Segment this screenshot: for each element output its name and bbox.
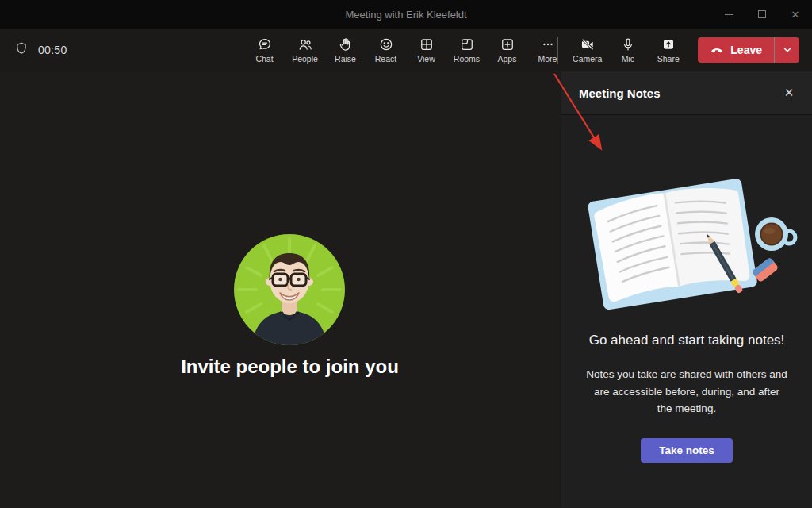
titlebar: Meeting with Erik Kleefeldt ✕	[0, 0, 812, 29]
hangup-phone-icon	[710, 43, 724, 57]
maximize-button[interactable]	[745, 0, 779, 29]
meeting-toolbar: 00:50 Chat	[0, 29, 812, 71]
close-button[interactable]: ✕	[779, 0, 812, 29]
notes-description: Notes you take are shared with others an…	[585, 366, 788, 418]
take-notes-button[interactable]: Take notes	[641, 438, 733, 463]
leave-label: Leave	[730, 44, 762, 56]
meeting-content: Invite people to join you Meeting Notes …	[0, 71, 812, 508]
raise-hand-label: Raise	[335, 55, 356, 64]
react-smiley-icon	[378, 37, 394, 52]
rooms-button[interactable]: Rooms	[446, 29, 487, 71]
maximize-icon	[758, 10, 766, 18]
apps-plus-icon	[500, 37, 515, 52]
window-title: Meeting with Erik Kleefeldt	[111, 9, 701, 21]
panel-title: Meeting Notes	[579, 87, 779, 100]
people-icon	[297, 37, 313, 52]
avatar	[234, 234, 345, 345]
leave-button[interactable]: Leave	[698, 37, 774, 63]
chevron-down-icon	[783, 45, 792, 55]
minimize-icon	[725, 14, 733, 15]
toolbar-center: Chat People	[244, 29, 568, 71]
meeting-notes-panel: Meeting Notes ✕	[561, 71, 812, 508]
rooms-label: Rooms	[454, 55, 480, 64]
invite-people-text: Invite people to join you	[0, 356, 580, 378]
leave-button-group: Leave	[698, 37, 799, 63]
camera-button[interactable]: Camera	[567, 29, 607, 71]
raise-hand-button[interactable]: Raise	[325, 29, 366, 71]
share-label: Share	[657, 55, 680, 64]
camera-off-icon	[580, 37, 596, 52]
toolbar-divider	[557, 37, 558, 64]
close-icon: ✕	[791, 9, 800, 21]
view-grid-icon	[419, 37, 435, 52]
panel-body: Go ahead and start taking notes! Notes y…	[561, 115, 812, 508]
chat-button[interactable]: Chat	[244, 29, 285, 71]
apps-label: Apps	[498, 55, 517, 64]
people-button[interactable]: People	[285, 29, 325, 71]
chat-icon	[257, 37, 273, 52]
chat-label: Chat	[255, 55, 273, 64]
panel-close-button[interactable]: ✕	[779, 83, 799, 103]
panel-close-icon: ✕	[784, 86, 795, 100]
meeting-stage: Invite people to join you	[0, 71, 561, 508]
people-label: People	[292, 55, 318, 64]
apps-button[interactable]: Apps	[487, 29, 527, 71]
react-button[interactable]: React	[366, 29, 406, 71]
teams-meeting-window: Meeting with Erik Kleefeldt ✕ 00:50	[0, 0, 812, 508]
view-label: View	[417, 55, 435, 64]
minimize-button[interactable]	[712, 0, 745, 29]
mic-icon	[620, 37, 636, 52]
notes-illustration	[576, 174, 798, 320]
mic-button[interactable]: Mic	[607, 29, 648, 71]
panel-header: Meeting Notes ✕	[561, 71, 812, 115]
window-controls: ✕	[701, 0, 812, 29]
toolbar-left: 00:50	[14, 29, 67, 71]
mic-label: Mic	[622, 55, 634, 64]
shield-icon	[14, 41, 29, 59]
share-button[interactable]: Share	[648, 29, 688, 71]
share-screen-icon	[661, 37, 676, 52]
meeting-timer: 00:50	[38, 44, 67, 56]
notes-heading: Go ahead and start taking notes!	[589, 333, 785, 348]
toolbar-right: Camera Mic	[549, 29, 799, 71]
leave-options-button[interactable]	[775, 37, 799, 63]
rooms-icon	[459, 37, 475, 52]
react-label: React	[375, 55, 396, 64]
camera-label: Camera	[573, 55, 602, 64]
view-button[interactable]: View	[406, 29, 446, 71]
raise-hand-icon	[338, 37, 354, 52]
